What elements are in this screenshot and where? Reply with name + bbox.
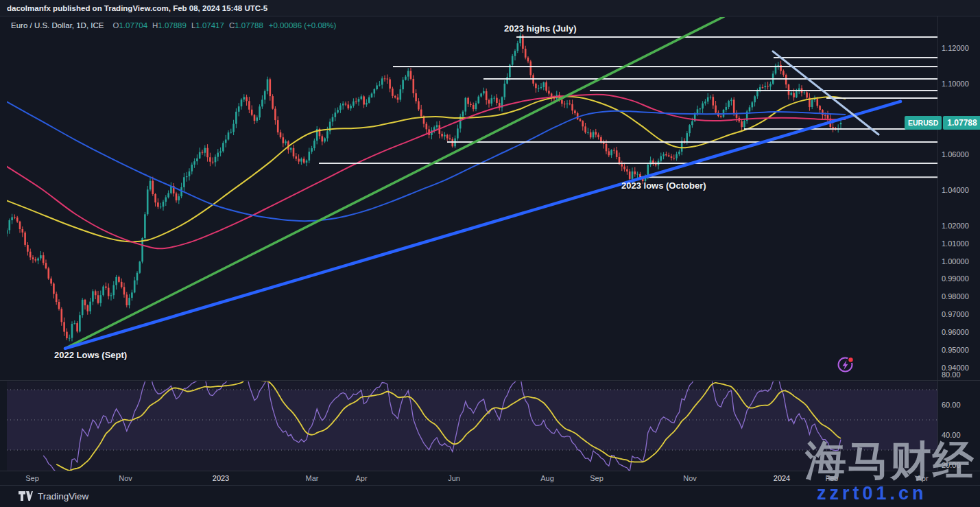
change-value: +0.00086 (+0.08%) [269,21,336,30]
time-axis-label: Sep [25,471,39,485]
chart-annotation: 2023 highs (July) [504,23,576,34]
last-price-tag: EURUSD 1.07788 [905,116,980,130]
price-axis-label: 1.00000 [942,257,969,266]
price-axis-label: 1.10000 [942,80,969,88]
chart-annotation: 2022 Lows (Sept) [54,350,127,360]
time-axis-label: 2024 [774,471,790,485]
time-axis-label: Aug [540,471,554,485]
sma-slow-blue-line [6,102,846,221]
ohlc-value-L: 1.07417 [195,21,224,30]
tradingview-screenshot: dacolmanfx published on TradingView.com,… [0,0,980,507]
price-axis-label: 0.97000 [942,310,969,318]
time-axis-label: Nov [119,471,132,485]
price-axis[interactable]: 1.120001.100001.060001.040001.020001.010… [938,16,980,471]
symbol-badge: EURUSD [905,116,942,130]
price-axis-label: 0.98000 [942,292,969,300]
publish-header: dacolmanfx published on TradingView.com,… [0,0,980,16]
price-axis-label: 1.01000 [942,239,969,248]
ohlc-value-H: 1.07889 [158,21,187,30]
price-axis-label: 1.04000 [942,186,969,194]
price-axis-label: 1.06000 [942,150,969,158]
tradingview-logo-text[interactable]: TradingView [38,491,88,502]
price-axis-label: 0.96000 [942,328,969,336]
ohlc-value-C: 1.07788 [235,21,263,30]
chart-annotation: 2023 lows (October) [621,180,706,191]
time-axis-label: Sep [590,471,603,485]
symbol-title: Euro / U.S. Dollar, 1D, ICE [11,21,104,30]
symbol-legend: Euro / U.S. Dollar, 1D, ICEO1.07704H1.07… [11,21,336,30]
lightning-icon-glyph [836,355,855,374]
chart-canvas[interactable]: Euro / U.S. Dollar, 1D, ICEO1.07704H1.07… [0,0,980,507]
lightning-icon[interactable] [836,355,855,374]
price-axis-label: 0.99000 [942,274,969,283]
publish-line: dacolmanfx published on TradingView.com,… [7,4,267,12]
tradingview-logo-icon[interactable] [19,491,33,502]
time-axis-label: Jun [448,471,460,485]
watermark-brand: 海马财经 [805,440,975,482]
rsi-axis-label: 80.00 [942,370,961,379]
chart-canvas-svg [0,0,980,507]
price-axis-label: 1.12000 [942,44,969,52]
price-axis-label: 1.02000 [942,222,969,230]
price-axis-label: 0.95000 [942,346,969,354]
ohlc-value-O: 1.07704 [119,21,147,30]
rsi-axis-label: 60.00 [942,401,961,409]
time-axis-label: 2023 [213,471,229,485]
ohlc-values: O1.07704H1.07889L1.07417C1.07788 [108,21,263,30]
time-axis-label: Nov [683,471,697,485]
time-axis-label: Apr [355,471,367,485]
watermark-url: zzrt01.cn [817,484,927,504]
price-badge: 1.07788 [943,116,980,130]
time-axis-label: Mar [306,471,319,485]
ohlc-key-C: C [229,21,235,30]
